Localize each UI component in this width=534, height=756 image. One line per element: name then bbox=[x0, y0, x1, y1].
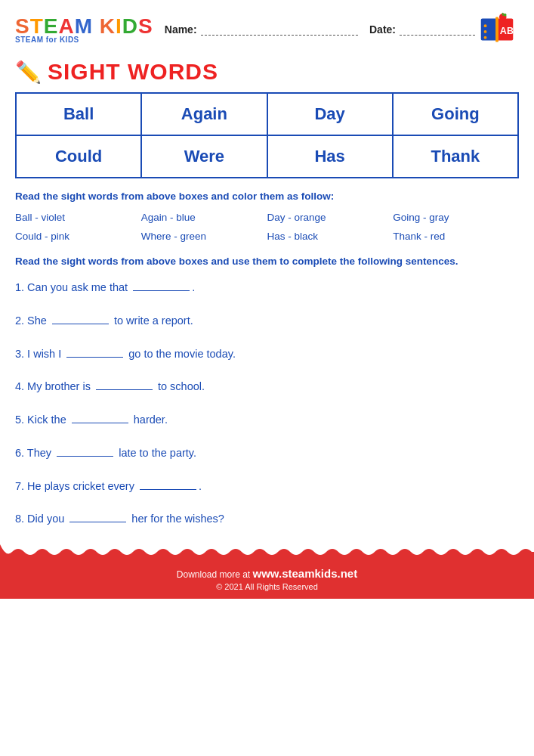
color-item-0: Ball - violet bbox=[15, 210, 141, 225]
table-row-2: Could Were Has Thank bbox=[16, 135, 518, 178]
blank-2 bbox=[52, 324, 109, 324]
svg-point-9 bbox=[484, 36, 487, 39]
svg-point-7 bbox=[484, 24, 487, 27]
pencil-icon: ✏️ bbox=[15, 60, 42, 85]
sentence-7: 7. He plays cricket every . bbox=[15, 479, 519, 495]
name-label: Name: bbox=[165, 23, 197, 36]
date-label: Date: bbox=[369, 23, 396, 36]
svg-rect-0 bbox=[481, 19, 497, 41]
logo: STEAM KIDS bbox=[15, 16, 153, 37]
color-item-2: Day - orange bbox=[267, 210, 394, 225]
blank-4 bbox=[96, 389, 153, 390]
word-could: Could bbox=[16, 135, 141, 178]
sentence-6: 6. They late to the party. bbox=[15, 445, 519, 462]
svg-point-6 bbox=[504, 14, 507, 17]
title-row: ✏️ SIGHT WORDS bbox=[0, 55, 534, 92]
footer-download: Download more at www.steamkids.net bbox=[0, 567, 534, 580]
color-item-6: Has - black bbox=[267, 229, 394, 243]
color-item-4: Could - pink bbox=[15, 229, 141, 243]
color-item-5: Where - green bbox=[141, 229, 267, 243]
footer-site: www.steamkids.net bbox=[253, 567, 358, 580]
footer-wave bbox=[0, 544, 534, 561]
word-thank: Thank bbox=[393, 135, 518, 178]
header: STEAM KIDS STEAM for KIDS Name: Date: AB bbox=[0, 0, 534, 55]
footer: Download more at www.steamkids.net © 202… bbox=[0, 561, 534, 599]
svg-text:AB: AB bbox=[500, 26, 514, 36]
blank-8 bbox=[69, 522, 126, 522]
blank-3 bbox=[66, 357, 123, 358]
blank-6 bbox=[57, 456, 113, 457]
svg-point-8 bbox=[484, 30, 487, 33]
word-has: Has bbox=[267, 135, 393, 178]
footer-copyright: © 2021 All Rights Reserved bbox=[0, 582, 534, 591]
sentence-5: 5. Kick the harder. bbox=[15, 412, 519, 429]
word-ball: Ball bbox=[16, 93, 141, 135]
word-table: Ball Again Day Going Could Were Has Than… bbox=[15, 92, 519, 178]
svg-rect-5 bbox=[502, 13, 504, 16]
color-item-7: Thank - red bbox=[393, 229, 519, 243]
color-section: Read the sight words from above boxes an… bbox=[0, 190, 534, 528]
page-title: SIGHT WORDS bbox=[48, 59, 218, 85]
sentence-8: 8. Did you her for the wishes? bbox=[15, 511, 519, 528]
color-item-3: Going - gray bbox=[393, 210, 519, 225]
book-icon: AB bbox=[475, 8, 519, 51]
sentence-4: 4. My brother is to school. bbox=[15, 379, 519, 395]
name-line bbox=[201, 23, 358, 36]
sentence-instruction: Read the sight words from above boxes an… bbox=[15, 254, 519, 269]
word-again: Again bbox=[141, 93, 267, 135]
sentence-1: 1. Can you ask me that . bbox=[15, 280, 519, 296]
word-going: Going bbox=[393, 93, 518, 135]
color-grid: Ball - violet Again - blue Day - orange … bbox=[15, 210, 519, 243]
logo-subtitle: STEAM for KIDS bbox=[15, 36, 79, 44]
blank-7 bbox=[140, 489, 196, 490]
sentence-2: 2. She to write a report. bbox=[15, 313, 519, 330]
svg-rect-2 bbox=[495, 17, 499, 42]
name-date-area: Name: Date: bbox=[165, 23, 475, 36]
blank-1 bbox=[133, 290, 190, 291]
sentence-3: 3. I wish I go to the movie today. bbox=[15, 346, 519, 363]
logo-area: STEAM KIDS STEAM for KIDS bbox=[15, 16, 153, 44]
blank-5 bbox=[72, 423, 128, 423]
word-day: Day bbox=[267, 93, 393, 135]
color-instruction: Read the sight words from above boxes an… bbox=[15, 190, 519, 204]
date-line bbox=[400, 23, 475, 36]
word-were: Were bbox=[141, 135, 267, 178]
color-item-1: Again - blue bbox=[141, 210, 267, 225]
table-row-1: Ball Again Day Going bbox=[16, 93, 518, 135]
